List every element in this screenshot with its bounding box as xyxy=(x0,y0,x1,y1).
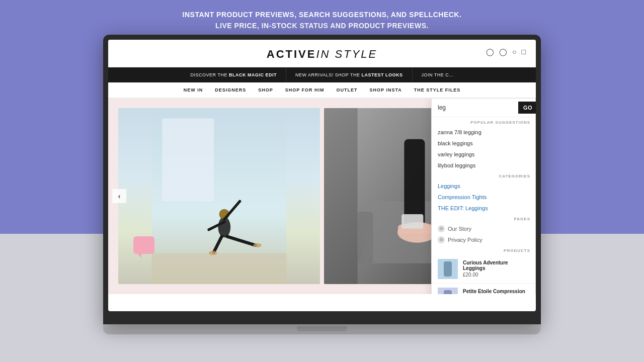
help-icon[interactable]: ◯ xyxy=(499,48,507,56)
logo-bold: ACTIVE xyxy=(267,48,316,60)
yoga-scene xyxy=(118,108,320,284)
suggestion-lilybod[interactable]: lilybod leggings xyxy=(432,160,535,171)
site-logo: ACTIVEIN STYLE xyxy=(118,48,526,61)
svg-rect-23 xyxy=(444,261,452,277)
laptop-screen: ACTIVEIN STYLE ◯ ◯ ○ □ DISCOVER THE BLAC… xyxy=(108,40,536,311)
svg-rect-25 xyxy=(444,290,452,294)
search-go-button[interactable]: GO xyxy=(518,102,536,114)
search-dropdown: GO POPULAR SUGGESTIONS zanna 7/8 legging… xyxy=(431,98,536,294)
nav-outlet[interactable]: OUTLET xyxy=(337,87,358,93)
black-nav-item-2[interactable]: NEW ARRIVALS! SHOP THE LASTEST LOOKS xyxy=(286,67,413,82)
product-info-1: Curious Adventure Leggings £20.00 xyxy=(463,260,529,278)
slider-left-arrow[interactable]: ‹ xyxy=(112,189,126,203)
page-privacy[interactable]: ⊙ Privacy Policy xyxy=(432,234,535,245)
popular-suggestions-header: POPULAR SUGGESTIONS xyxy=(432,117,535,127)
chat-bubble-icon[interactable] xyxy=(133,236,154,254)
svg-rect-1 xyxy=(152,253,287,284)
svg-rect-13 xyxy=(358,212,373,263)
laptop-base-bar xyxy=(103,324,541,334)
category-leggings[interactable]: Leggings xyxy=(432,180,535,192)
categories-list: Leggings Compression Tights THE EDIT: Le… xyxy=(432,180,535,214)
logo-light: IN STYLE xyxy=(316,48,377,60)
cart-icon[interactable]: □ xyxy=(522,48,526,56)
nav-style-files[interactable]: THE STYLE FILES xyxy=(414,87,461,93)
black-nav-highlight-1: BLACK MAGIC EDIT xyxy=(229,72,277,77)
product-item-2[interactable]: Petite Etoile Compression Midi £89.00 xyxy=(432,284,535,294)
laptop-bottom xyxy=(108,311,536,324)
suggestion-zanna[interactable]: zanna 7/8 legging xyxy=(432,127,535,138)
black-nav-highlight-2: LASTEST LOOKS xyxy=(362,72,403,77)
suggestion-black[interactable]: black leggings xyxy=(432,138,535,149)
banner-line1: INSTANT PRODUCT PREVIEWS, SEARCH SUGGEST… xyxy=(10,9,634,20)
popular-suggestions-list: zanna 7/8 legging black leggings varley … xyxy=(432,127,535,171)
pages-list: ⊙ Our Story ⊙ Privacy Policy xyxy=(432,223,535,245)
nav-shop[interactable]: SHOP xyxy=(258,87,273,93)
main-nav: NEW IN DESIGNERS SHOP SHOP FOR HIM OUTLE… xyxy=(108,82,536,98)
product-info-2: Petite Etoile Compression Midi £89.00 xyxy=(463,289,529,294)
nav-shop-insta[interactable]: SHOP INSTA xyxy=(370,87,402,93)
site-header: ACTIVEIN STYLE ◯ ◯ ○ □ xyxy=(108,40,536,67)
category-edit-leggings[interactable]: THE EDIT: Leggings xyxy=(432,203,535,214)
product-name-2: Petite Etoile Compression Midi xyxy=(463,289,529,294)
product-name-1: Curious Adventure Leggings xyxy=(463,260,529,271)
product-thumb-1 xyxy=(438,259,458,279)
page-our-story[interactable]: ⊙ Our Story xyxy=(432,223,535,234)
header-icons: ◯ ◯ ○ □ xyxy=(486,48,526,56)
user-icon[interactable]: ◯ xyxy=(486,48,494,56)
pages-header: PAGES xyxy=(432,214,535,223)
product-price-1: £20.00 xyxy=(463,272,529,278)
banner-line2: LIVE PRICE, IN-STOCK STATUS AND PRODUCT … xyxy=(10,20,634,31)
laptop: ACTIVEIN STYLE ◯ ◯ ○ □ DISCOVER THE BLAC… xyxy=(103,35,541,324)
laptop-wrapper: ACTIVEIN STYLE ◯ ◯ ○ □ DISCOVER THE BLAC… xyxy=(0,38,644,362)
black-nav-item-3[interactable]: JOIN THE C... xyxy=(413,67,463,82)
search-input[interactable] xyxy=(436,102,515,113)
nav-shop-for-him[interactable]: SHOP FOR HIM xyxy=(285,87,325,93)
page-icon-2: ⊙ xyxy=(438,236,445,243)
svg-point-9 xyxy=(209,251,217,255)
svg-point-10 xyxy=(253,243,261,247)
products-header: PRODUCTS xyxy=(432,245,535,255)
page-icon-1: ⊙ xyxy=(438,225,445,232)
nav-new-in[interactable]: NEW IN xyxy=(184,87,203,93)
svg-rect-18 xyxy=(401,214,423,229)
page-label-1: Our Story xyxy=(448,226,471,232)
search-bar: GO xyxy=(432,99,535,117)
product-thumb-2 xyxy=(438,288,458,294)
trackpad-notch xyxy=(297,326,347,331)
black-nav-item-1[interactable]: DISCOVER THE BLACK MAGIC EDIT xyxy=(182,67,286,82)
yoga-svg xyxy=(118,108,320,284)
nav-designers[interactable]: DESIGNERS xyxy=(215,87,246,93)
top-banner: INSTANT PRODUCT PREVIEWS, SEARCH SUGGEST… xyxy=(0,0,644,38)
products-list: Curious Adventure Leggings £20.00 xyxy=(432,255,535,294)
content-area: ‹ xyxy=(108,98,536,294)
page-label-2: Privacy Policy xyxy=(448,237,482,243)
search-icon[interactable]: ○ xyxy=(512,48,516,56)
black-nav-bar: DISCOVER THE BLACK MAGIC EDIT NEW ARRIVA… xyxy=(108,67,536,82)
yoga-image xyxy=(118,108,320,284)
categories-header: CATEGORIES xyxy=(432,171,535,180)
suggestion-varley[interactable]: varley leggings xyxy=(432,149,535,160)
svg-rect-2 xyxy=(162,118,214,201)
product-item-1[interactable]: Curious Adventure Leggings £20.00 xyxy=(432,255,535,284)
category-compression[interactable]: Compression Tights xyxy=(432,192,535,203)
